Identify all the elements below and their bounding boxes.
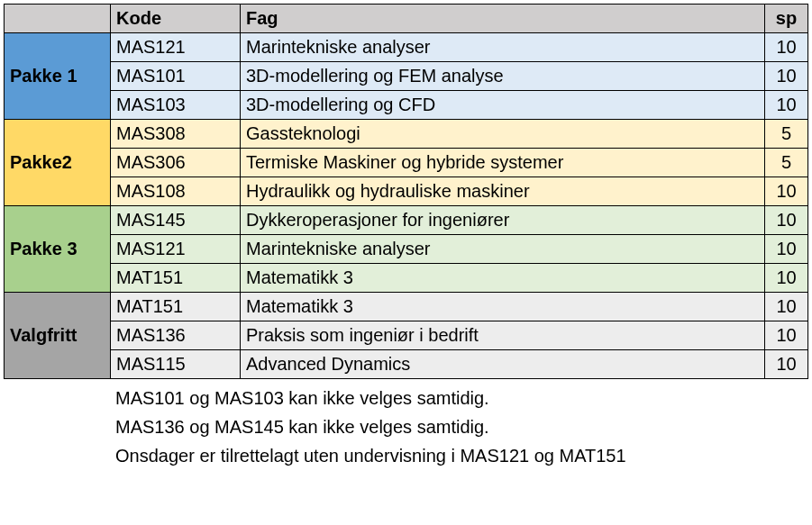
note-line: MAS101 og MAS103 kan ikke velges samtidi… [115,385,808,412]
header-sp: sp [765,5,808,33]
cell-fag: 3D-modellering og FEM analyse [241,62,765,91]
cell-sp: 10 [765,350,808,379]
table-row: MAS306Termiske Maskiner og hybride syste… [5,149,808,177]
cell-sp: 10 [765,177,808,206]
cell-fag: 3D-modellering og CFD [241,91,765,120]
cell-sp: 5 [765,120,808,149]
group-label: Pakke 3 [5,206,111,293]
cell-fag: Gassteknologi [241,120,765,149]
cell-kode: MAS121 [111,235,241,264]
table-row: Pakke2MAS308Gassteknologi5 [5,120,808,149]
table-row: MAS115Advanced Dynamics10 [5,350,808,379]
cell-fag: Marintekniske analyser [241,235,765,264]
cell-kode: MAS108 [111,177,241,206]
cell-kode: MAT151 [111,264,241,293]
cell-kode: MAT151 [111,293,241,321]
cell-sp: 10 [765,206,808,235]
cell-fag: Dykkeroperasjoner for ingeniører [241,206,765,235]
table-row: MAS136Praksis som ingeniør i bedrift10 [5,321,808,350]
cell-sp: 10 [765,235,808,264]
cell-kode: MAS101 [111,62,241,91]
table-row: MAS108Hydraulikk og hydrauliske maskiner… [5,177,808,206]
table-row: MAS1033D-modellering og CFD10 [5,91,808,120]
table-row: MAT151Matematikk 310 [5,264,808,293]
cell-sp: 10 [765,264,808,293]
course-table: Kode Fag sp Pakke 1MAS121Marintekniske a… [4,4,808,379]
cell-fag: Marintekniske analyser [241,33,765,62]
cell-sp: 10 [765,321,808,350]
cell-kode: MAS306 [111,149,241,177]
notes-block: MAS101 og MAS103 kan ikke velges samtidi… [115,385,808,469]
table-row: Pakke 1MAS121Marintekniske analyser10 [5,33,808,62]
cell-kode: MAS121 [111,33,241,62]
cell-kode: MAS145 [111,206,241,235]
note-line: Onsdager er tilrettelagt uten undervisni… [115,442,808,469]
group-label: Pakke 1 [5,33,111,120]
cell-fag: Matematikk 3 [241,264,765,293]
group-label: Pakke2 [5,120,111,206]
cell-kode: MAS103 [111,91,241,120]
table-row: ValgfrittMAT151Matematikk 310 [5,293,808,321]
cell-sp: 10 [765,33,808,62]
cell-fag: Termiske Maskiner og hybride systemer [241,149,765,177]
header-fag: Fag [241,5,765,33]
table-row: MAS121Marintekniske analyser10 [5,235,808,264]
cell-fag: Praksis som ingeniør i bedrift [241,321,765,350]
cell-kode: MAS136 [111,321,241,350]
note-line: MAS136 og MAS145 kan ikke velges samtidi… [115,413,808,440]
cell-sp: 10 [765,62,808,91]
table-row: MAS1013D-modellering og FEM analyse10 [5,62,808,91]
header-kode: Kode [111,5,241,33]
cell-kode: MAS308 [111,120,241,149]
group-label: Valgfritt [5,293,111,379]
table-row: Pakke 3MAS145Dykkeroperasjoner for ingen… [5,206,808,235]
header-blank [5,5,111,33]
cell-sp: 10 [765,293,808,321]
cell-sp: 10 [765,91,808,120]
cell-fag: Hydraulikk og hydrauliske maskiner [241,177,765,206]
cell-sp: 5 [765,149,808,177]
cell-kode: MAS115 [111,350,241,379]
cell-fag: Matematikk 3 [241,293,765,321]
header-row: Kode Fag sp [5,5,808,33]
cell-fag: Advanced Dynamics [241,350,765,379]
